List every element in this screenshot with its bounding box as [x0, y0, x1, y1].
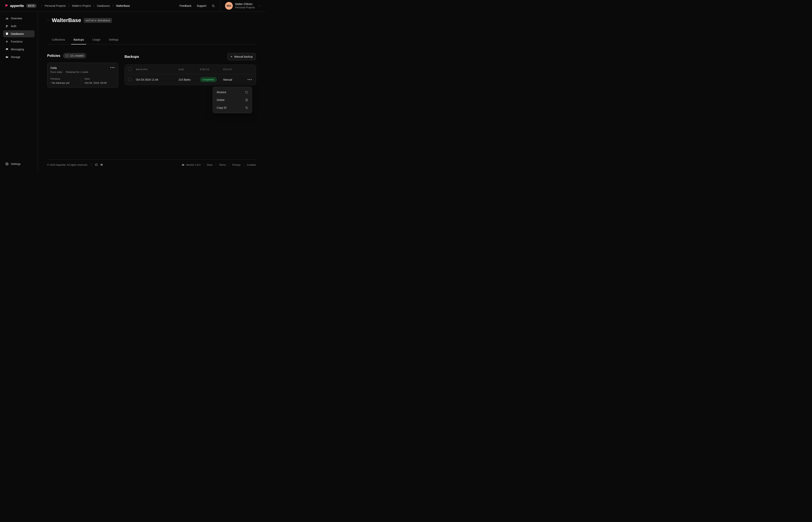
avatar: WO [225, 2, 233, 10]
footer-terms[interactable]: Terms [219, 163, 226, 166]
breadcrumb-sep: / [113, 4, 113, 7]
back-button[interactable] [47, 19, 49, 22]
tab-backups[interactable]: Backups [73, 36, 85, 44]
restore-icon [245, 91, 248, 94]
trash-icon [245, 99, 248, 101]
col-backups: BACKUPS [136, 68, 179, 71]
footer: © 2024 Appwrite. All rights reserved. Ve… [47, 160, 256, 170]
policies-count-pill: i 1/1 created [63, 53, 86, 58]
select-all-checkbox[interactable] [128, 67, 131, 71]
policy-card: Daily ••• Runs daily · Retained for 1 we… [47, 63, 118, 87]
sidebar-item-storage[interactable]: Storage [3, 54, 35, 61]
menu-restore[interactable]: Restore [215, 88, 250, 96]
footer-cookies[interactable]: Cookies [247, 163, 256, 166]
svg-point-0 [212, 5, 214, 6]
sidebar-item-settings[interactable]: Settings [3, 160, 35, 167]
plus-icon: + [231, 55, 232, 58]
sidebar-item-messaging[interactable]: Messaging [3, 46, 35, 53]
policy-previous-value: No backups yet [50, 81, 81, 84]
github-icon[interactable] [95, 163, 98, 166]
breadcrumb-walters-project[interactable]: Walter's Project [72, 4, 91, 7]
footer-privacy[interactable]: Privacy [232, 163, 241, 166]
table-row[interactable]: Oct 03 2024 11:44 215 Bytes completed Ma… [125, 74, 256, 85]
appwrite-logo-icon [5, 4, 8, 8]
policies-title: Policies [47, 54, 60, 58]
page-head: WalterBase walters-database [47, 17, 256, 23]
sidebar: Overview Auth Databases Functions [0, 12, 38, 170]
sidebar-item-label: Storage [11, 56, 20, 59]
sidebar-item-auth[interactable]: Auth [3, 23, 35, 29]
svg-rect-3 [7, 18, 7, 19]
copy-icon [245, 106, 248, 109]
manual-backup-button[interactable]: + Manual backup [227, 53, 256, 60]
status-badge: completed [200, 77, 217, 82]
svg-point-8 [6, 164, 7, 164]
svg-point-5 [6, 25, 7, 26]
sidebar-item-label: Databases [11, 32, 24, 35]
policy-subtitle: Runs daily · Retained for 1 week [50, 71, 115, 74]
policy-next-value: Oct 04, 2024, 00:00 [85, 81, 115, 84]
tab-collections[interactable]: Collections [51, 36, 66, 44]
row-more-button[interactable]: ••• [247, 78, 252, 82]
backups-title: Backups [124, 55, 139, 59]
users-icon [5, 24, 8, 28]
tab-usage[interactable]: Usage [92, 36, 101, 44]
row-policy: Manual [223, 78, 245, 81]
policy-retention: Retained for 1 week [66, 71, 88, 74]
menu-copy-id[interactable]: Copy ID [215, 104, 250, 112]
logo[interactable]: appwrite [5, 4, 24, 8]
logo-group: appwrite BETA [5, 4, 37, 8]
sidebar-item-overview[interactable]: Overview [3, 15, 35, 22]
folder-icon [5, 56, 8, 59]
database-icon [5, 32, 8, 35]
footer-docs[interactable]: Docs [207, 163, 213, 166]
svg-rect-2 [6, 18, 6, 19]
brand-text: appwrite [10, 4, 24, 8]
policy-more-button[interactable]: ••• [110, 66, 115, 69]
menu-delete[interactable]: Delete [215, 96, 250, 104]
user-org: Personal Projects [235, 6, 255, 9]
sidebar-item-label: Overview [11, 17, 22, 20]
copyright: © 2024 Appwrite. All rights reserved. [47, 163, 88, 166]
topbar: appwrite BETA / Personal Projects / Walt… [0, 0, 265, 12]
topbar-links: Feedback Support [180, 4, 215, 7]
search-icon[interactable] [212, 4, 215, 7]
sidebar-item-label: Functions [11, 40, 23, 43]
support-link[interactable]: Support [197, 4, 206, 7]
feedback-link[interactable]: Feedback [180, 4, 191, 7]
version-text: Version 1.6.0 [186, 163, 201, 166]
cloud-icon [182, 163, 184, 166]
breadcrumb-personal-projects[interactable]: Personal Projects [45, 4, 66, 7]
tab-settings[interactable]: Settings [108, 36, 120, 44]
table-head: BACKUPS SIZE STATUS POLICY [125, 65, 256, 74]
row-checkbox[interactable] [128, 78, 131, 81]
row-date: Oct 03 2024 11:44 [136, 78, 179, 81]
breadcrumb: / Personal Projects / Walter's Project /… [41, 4, 130, 7]
row-context-menu: Restore Delete Copy ID [213, 87, 252, 113]
col-status: STATUS [200, 68, 223, 71]
breadcrumb-sep: / [41, 4, 42, 7]
user-name: Walter O'Brien [235, 2, 255, 6]
breadcrumb-walterbase[interactable]: WalterBase [116, 4, 130, 7]
discord-icon[interactable] [100, 163, 103, 166]
col-policy: POLICY [223, 68, 245, 71]
user-menu[interactable]: WO Walter O'Brien Personal Projects [220, 0, 261, 12]
sidebar-item-label: Settings [11, 162, 21, 165]
col-size: SIZE [179, 68, 200, 71]
beta-badge: BETA [26, 4, 37, 8]
message-icon [5, 48, 8, 51]
menu-delete-label: Delete [217, 98, 224, 101]
manual-backup-label: Manual backup [234, 55, 253, 58]
breadcrumb-sep: / [94, 4, 94, 7]
sidebar-item-databases[interactable]: Databases [3, 31, 35, 37]
breadcrumb-databases[interactable]: Databases [97, 4, 110, 7]
version-info: Version 1.6.0 [182, 163, 201, 166]
backups-section: Backups + Manual backup BACKUPS SIZE STA… [124, 53, 256, 87]
sidebar-item-functions[interactable]: Functions [3, 38, 35, 45]
menu-copy-id-label: Copy ID [217, 106, 227, 109]
breadcrumb-sep: / [68, 4, 69, 7]
policies-section: Policies i 1/1 created Daily ••• Runs da… [47, 53, 118, 87]
chart-bar-icon [5, 17, 8, 20]
backups-table: BACKUPS SIZE STATUS POLICY Oct 03 2024 1… [124, 65, 256, 85]
policy-previous-label: Previous [50, 77, 81, 80]
